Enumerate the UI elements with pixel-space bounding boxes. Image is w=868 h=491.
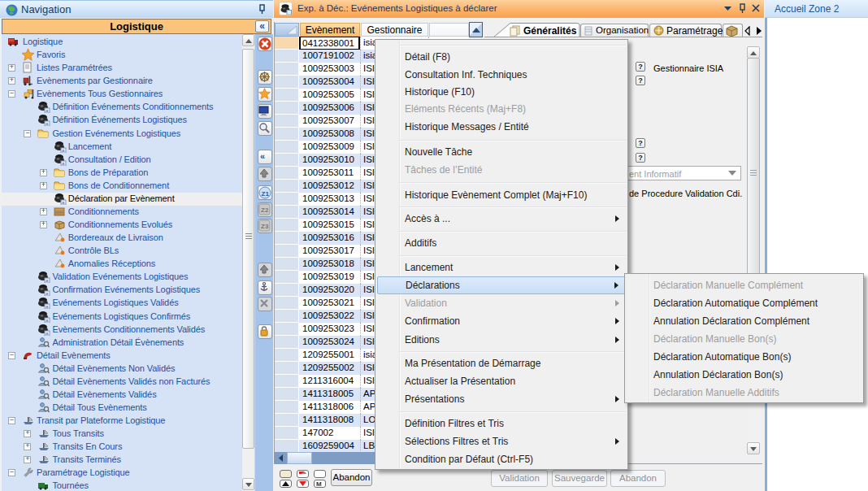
- svg-text:Z3: Z3: [261, 223, 269, 230]
- svg-text:«: «: [260, 151, 265, 161]
- svg-text:M: M: [316, 480, 322, 487]
- svg-text:Z2: Z2: [261, 206, 269, 214]
- svg-text:Z1: Z1: [262, 190, 270, 198]
